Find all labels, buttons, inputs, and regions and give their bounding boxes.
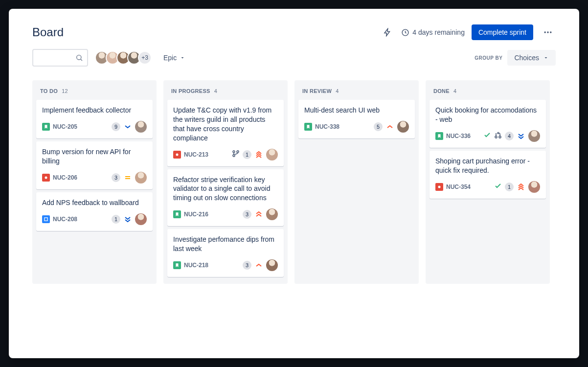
priority-moderate-icon: [385, 122, 394, 131]
card-meta: 1: [232, 149, 278, 161]
assignee-avatar[interactable]: [266, 259, 278, 271]
card-title: Investigate perfomance dips from last we…: [173, 235, 278, 253]
card-meta: 1: [494, 181, 540, 193]
assignee-avatar[interactable]: [266, 149, 278, 161]
priority-highest-icon: [517, 183, 525, 191]
column-name: DONE: [433, 88, 450, 94]
story-points-badge: 1: [505, 183, 514, 191]
card-title: Multi-dest search UI web: [304, 106, 409, 115]
kanban-board: TO DO12Implement feedback collectorNUC-2…: [32, 80, 556, 284]
priority-highest-icon: [254, 150, 263, 159]
column-count: 4: [214, 88, 217, 94]
card-title: Update T&C copy with v1.9 from the write…: [173, 106, 278, 143]
story-points-badge: 1: [243, 150, 251, 159]
card-key: NUC-213: [173, 151, 208, 159]
clock-icon: [401, 28, 409, 37]
svg-rect-6: [45, 217, 47, 220]
assignee-avatar[interactable]: [135, 172, 147, 184]
card-key: NUC-205: [42, 123, 77, 131]
issue-card[interactable]: Update T&C copy with v1.9 from the write…: [167, 100, 284, 166]
complete-sprint-button[interactable]: Complete sprint: [472, 24, 533, 40]
ellipsis-icon: [543, 27, 553, 37]
column-count: 12: [62, 88, 68, 94]
issue-card[interactable]: Investigate perfomance dips from last we…: [167, 229, 284, 277]
card-key: NUC-206: [42, 174, 77, 182]
card-key: NUC-218: [173, 261, 208, 269]
card-title: Quick booking for accomodations - web: [435, 106, 540, 124]
card-key: NUC-208: [42, 215, 77, 223]
assignee-avatar[interactable]: [135, 213, 147, 225]
card-meta: 1: [112, 213, 147, 225]
column-header: TO DO12: [34, 84, 155, 100]
issue-card[interactable]: Quick booking for accomodations - webNUC…: [430, 100, 546, 148]
svg-point-4: [77, 55, 81, 60]
issue-card[interactable]: Add NPS feedback to wallboardNUC-2081: [36, 192, 153, 231]
assignee-avatar[interactable]: [528, 130, 540, 142]
group-by-label: GROUP BY: [475, 55, 502, 61]
card-meta: 3: [243, 259, 278, 271]
assignee-avatar[interactable]: [266, 208, 278, 220]
priority-low2-icon: [123, 215, 132, 224]
story-type-icon: [304, 123, 312, 131]
issue-card[interactable]: Shoping cart purchasing error - quick fi…: [430, 151, 546, 199]
svg-point-8: [233, 151, 235, 153]
column-in-review: IN REVIEW4Multi-dest search UI webNUC-33…: [294, 80, 419, 284]
story-points-badge: 4: [505, 132, 514, 140]
assignee-avatar[interactable]: [397, 121, 409, 133]
card-key: NUC-216: [173, 210, 208, 218]
column-header: DONE4: [428, 84, 548, 100]
bug-type-icon: [435, 183, 443, 191]
branch-icon: [232, 150, 240, 160]
issue-card[interactable]: Multi-dest search UI webNUC-3385: [298, 100, 415, 138]
avatar-overflow[interactable]: +3: [138, 51, 152, 65]
card-meta: 3: [243, 208, 278, 220]
search-input[interactable]: [32, 49, 88, 67]
svg-point-3: [550, 31, 551, 33]
assignee-avatar[interactable]: [135, 121, 147, 133]
story-type-icon: [435, 132, 443, 140]
board-header: Board 4 days remaining Complete sprint: [32, 24, 556, 40]
card-meta: 9: [112, 121, 147, 133]
story-points-badge: 1: [112, 215, 120, 224]
svg-point-5: [45, 176, 47, 179]
issue-card[interactable]: Bump version for new API for billingNUC-…: [36, 141, 153, 189]
story-type-icon: [42, 123, 50, 131]
card-key: NUC-338: [304, 123, 339, 131]
priority-medium-icon: [123, 173, 132, 182]
card-key: NUC-336: [435, 132, 471, 140]
check-icon: [483, 131, 491, 141]
group-by-select[interactable]: Choices: [507, 50, 556, 66]
card-key: NUC-354: [435, 183, 471, 191]
chevron-down-icon: [543, 55, 549, 61]
priority-low2-icon: [517, 132, 525, 140]
column-name: IN PROGRESS: [171, 88, 210, 94]
card-meta: 3: [112, 172, 147, 184]
automation-icon[interactable]: [381, 25, 394, 39]
story-type-icon: [173, 210, 181, 218]
column-in-progress: IN PROGRESS4Update T&C copy with v1.9 fr…: [163, 80, 288, 284]
page-title: Board: [32, 25, 64, 39]
issue-card[interactable]: Refactor stripe verification key validat…: [167, 169, 284, 227]
card-title: Refactor stripe verification key validat…: [173, 175, 278, 203]
column-count: 4: [453, 88, 456, 94]
board-toolbar: +3 Epic GROUP BY Choices: [32, 49, 556, 67]
svg-point-9: [233, 155, 235, 157]
column-name: IN REVIEW: [302, 88, 332, 94]
bug-type-icon: [173, 151, 181, 159]
assignee-avatar[interactable]: [528, 181, 540, 193]
svg-point-7: [176, 153, 179, 156]
priority-moderate-icon: [254, 261, 263, 270]
card-title: Add NPS feedback to wallboard: [42, 198, 147, 207]
svg-point-2: [547, 31, 548, 33]
issue-card[interactable]: Implement feedback collectorNUC-2059: [36, 100, 153, 138]
svg-point-13: [438, 185, 441, 188]
team-avatars[interactable]: +3: [95, 51, 152, 65]
more-actions-button[interactable]: [540, 24, 556, 40]
pull-request-icon: [494, 131, 502, 141]
check-icon: [494, 182, 502, 192]
card-meta: 5: [374, 121, 409, 133]
story-points-badge: 5: [374, 122, 383, 131]
story-points-badge: 3: [243, 210, 251, 219]
epic-filter[interactable]: Epic: [158, 51, 190, 65]
card-title: Implement feedback collector: [42, 106, 147, 115]
